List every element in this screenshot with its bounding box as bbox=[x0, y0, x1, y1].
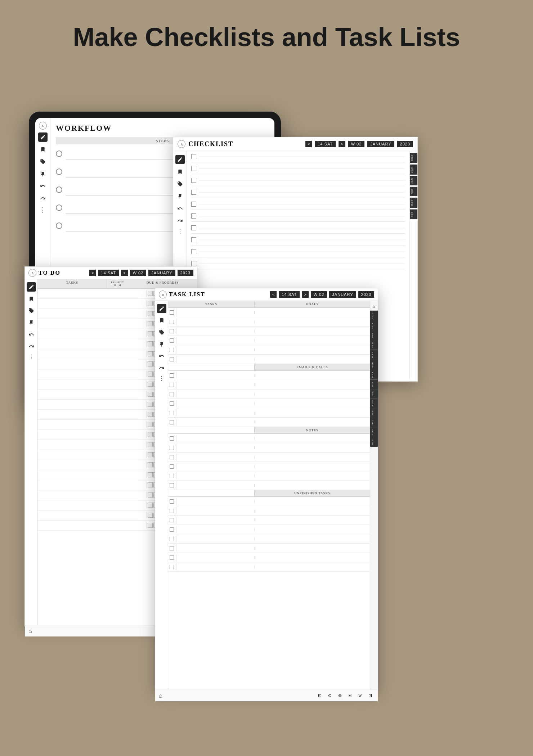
tl-checkbox[interactable] bbox=[170, 546, 174, 550]
todo-prev-btn[interactable]: < bbox=[89, 270, 96, 276]
priority-h[interactable] bbox=[148, 422, 153, 427]
tl-checkbox[interactable] bbox=[170, 555, 174, 560]
tl-home-btn[interactable]: ⌂ bbox=[159, 693, 162, 699]
tl-checkbox[interactable] bbox=[170, 537, 174, 541]
tl-checkbox[interactable] bbox=[170, 373, 174, 378]
month-btn[interactable]: JANUARY bbox=[367, 141, 394, 147]
tl-tag-icon[interactable] bbox=[157, 328, 166, 337]
tl-checkbox[interactable] bbox=[170, 527, 174, 532]
todo-home-btn[interactable]: ⌂ bbox=[28, 628, 32, 634]
day-btn[interactable]: 14 SAT bbox=[315, 141, 336, 147]
tl-checkbox[interactable] bbox=[170, 329, 174, 333]
priority-h[interactable] bbox=[148, 452, 153, 457]
year-2024-label[interactable]: 2024 bbox=[410, 165, 417, 175]
priority-h[interactable] bbox=[148, 301, 153, 306]
todo-day-btn[interactable]: 14 SAT bbox=[98, 270, 119, 276]
sidebar-pin-icon[interactable] bbox=[38, 169, 48, 179]
tl-apr-label[interactable]: APR bbox=[370, 360, 378, 370]
todo-expand-btn[interactable]: ∧ bbox=[28, 269, 36, 277]
sidebar-redo-icon[interactable] bbox=[38, 194, 48, 203]
cl-redo-icon[interactable] bbox=[175, 216, 185, 225]
tl-expand-btn[interactable]: ∧ bbox=[159, 291, 167, 298]
tl-checkbox[interactable] bbox=[170, 474, 174, 478]
tl-more-icon[interactable]: ⋮ bbox=[159, 375, 165, 382]
todo-redo-icon[interactable] bbox=[27, 342, 36, 351]
sidebar-pencil-icon[interactable] bbox=[38, 132, 48, 142]
tl-bookmark-icon[interactable] bbox=[157, 316, 166, 325]
tl-year-btn[interactable]: 2023 bbox=[358, 291, 374, 298]
priority-h[interactable] bbox=[148, 361, 153, 366]
checkbox[interactable] bbox=[191, 166, 196, 171]
checkbox[interactable] bbox=[191, 190, 196, 195]
tl-oct-label[interactable]: OCT bbox=[370, 417, 378, 427]
cl-tag-icon[interactable] bbox=[175, 179, 185, 189]
tl-feb-label[interactable]: FEB bbox=[370, 340, 378, 350]
tl-checkbox[interactable] bbox=[170, 509, 174, 513]
tl-prev-btn[interactable]: < bbox=[270, 291, 277, 298]
priority-h[interactable] bbox=[148, 311, 153, 316]
tl-next-btn[interactable]: > bbox=[302, 291, 308, 298]
workflow-expand-btn[interactable]: ∧ bbox=[39, 122, 47, 130]
tl-2023-label[interactable]: 2023 bbox=[370, 311, 378, 321]
checkbox[interactable] bbox=[191, 213, 196, 219]
tl-checkbox[interactable] bbox=[170, 455, 174, 459]
checkbox[interactable] bbox=[191, 178, 196, 183]
tl-aug-label[interactable]: AUG bbox=[370, 398, 378, 408]
priority-h[interactable] bbox=[148, 442, 153, 447]
prev-day-btn[interactable]: < bbox=[305, 141, 312, 147]
tl-icon-3[interactable]: ⊛ bbox=[336, 692, 344, 700]
tl-checkbox[interactable] bbox=[170, 383, 174, 387]
tl-redo-icon[interactable] bbox=[157, 363, 166, 373]
checkbox[interactable] bbox=[191, 249, 196, 254]
checkbox[interactable] bbox=[191, 225, 196, 230]
priority-h[interactable] bbox=[148, 432, 153, 437]
tl-may-label[interactable]: MAY bbox=[370, 369, 378, 380]
tl-icon-5[interactable]: W bbox=[356, 692, 364, 700]
todo-more-icon[interactable]: ⋮ bbox=[28, 354, 34, 360]
priority-h[interactable] bbox=[148, 382, 153, 387]
checkbox[interactable] bbox=[191, 154, 196, 159]
cl-undo-icon[interactable] bbox=[175, 204, 185, 213]
tl-week-btn[interactable]: W 02 bbox=[311, 291, 327, 298]
tl-checkbox[interactable] bbox=[170, 499, 174, 504]
todo-undo-icon[interactable] bbox=[27, 330, 36, 339]
tl-icon-4[interactable]: M bbox=[346, 692, 354, 700]
tl-checkbox[interactable] bbox=[170, 446, 174, 450]
tl-icon-6[interactable]: ⊡ bbox=[366, 692, 374, 700]
tl-checkbox[interactable] bbox=[170, 401, 174, 406]
priority-h[interactable] bbox=[148, 392, 153, 397]
jan-label[interactable]: JAN bbox=[410, 176, 417, 185]
tl-pencil-icon[interactable] bbox=[157, 304, 166, 313]
priority-h[interactable] bbox=[148, 402, 153, 407]
tl-checkbox[interactable] bbox=[170, 338, 174, 343]
apr-label[interactable]: APR bbox=[410, 210, 417, 219]
next-day-btn[interactable]: > bbox=[339, 141, 345, 147]
tl-jun-label[interactable]: JUN bbox=[370, 380, 378, 389]
priority-h[interactable] bbox=[148, 412, 153, 417]
tl-checkbox[interactable] bbox=[170, 392, 174, 396]
tl-undo-icon[interactable] bbox=[157, 351, 166, 361]
priority-h[interactable] bbox=[148, 341, 153, 346]
tl-checkbox[interactable] bbox=[170, 483, 174, 487]
cl-pin-icon[interactable] bbox=[175, 192, 185, 201]
mar-label[interactable]: MAR bbox=[410, 198, 417, 208]
tl-checkbox[interactable] bbox=[170, 357, 174, 361]
todo-next-btn[interactable]: > bbox=[121, 270, 127, 276]
sidebar-undo-icon[interactable] bbox=[38, 181, 48, 191]
checkbox[interactable] bbox=[191, 237, 196, 242]
tl-jan-label[interactable]: JAN bbox=[370, 331, 378, 340]
checkbox[interactable] bbox=[191, 202, 196, 207]
priority-h[interactable] bbox=[148, 331, 153, 336]
priority-h[interactable] bbox=[148, 462, 153, 467]
feb-label[interactable]: FEB bbox=[410, 187, 417, 196]
tl-dec-label[interactable]: DEC bbox=[370, 437, 378, 447]
priority-h[interactable] bbox=[148, 523, 153, 528]
tl-month-btn[interactable]: JANUARY bbox=[329, 291, 356, 298]
tl-checkbox[interactable] bbox=[170, 310, 174, 315]
tl-2024-label[interactable]: 2024 bbox=[370, 321, 378, 331]
tl-home-label[interactable]: ⌂ bbox=[370, 303, 378, 311]
cl-more-icon[interactable]: ⋮ bbox=[177, 228, 183, 235]
todo-bookmark-icon[interactable] bbox=[27, 294, 36, 303]
tl-checkbox[interactable] bbox=[170, 320, 174, 324]
tl-jul-label[interactable]: JUL bbox=[370, 389, 378, 398]
